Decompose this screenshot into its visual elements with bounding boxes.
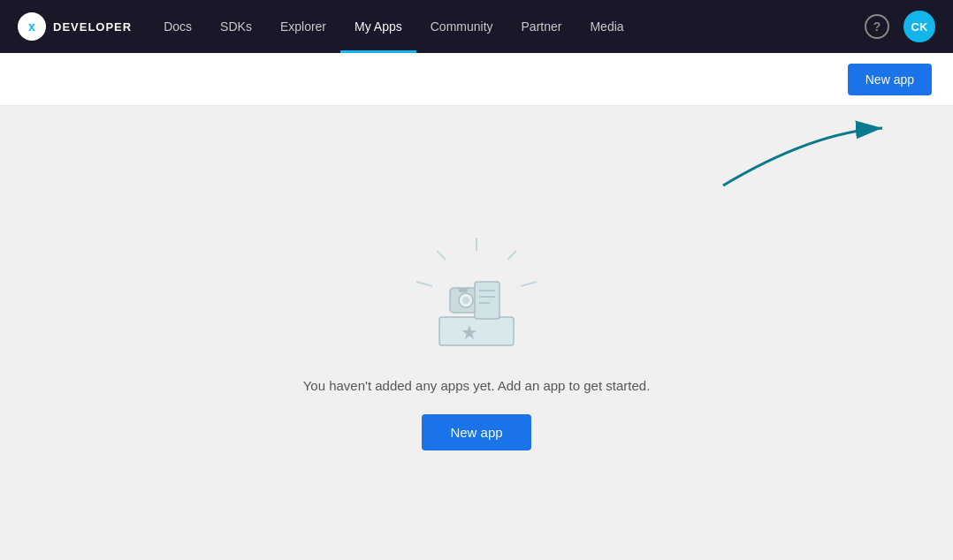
svg-line-4 (521, 282, 537, 286)
empty-state-message: You haven't added any apps yet. Add an a… (303, 378, 651, 393)
help-button[interactable]: ? (865, 14, 889, 39)
xero-logo: x (18, 12, 46, 41)
nav-links: Docs SDKs Explorer My Apps Community Par… (149, 0, 865, 53)
nav-partner[interactable]: Partner (507, 0, 576, 53)
empty-state: ★ You haven't added any apps yet. Add an… (303, 233, 651, 450)
svg-line-5 (416, 282, 432, 286)
nav-my-apps[interactable]: My Apps (340, 0, 416, 53)
avatar[interactable]: CK (903, 11, 935, 42)
brand: x DEVELOPER (18, 12, 132, 41)
main-content: ★ You haven't added any apps yet. Add an… (0, 106, 953, 560)
xero-logo-text: x (28, 19, 35, 34)
toolbar: New app (0, 53, 953, 106)
nav-community[interactable]: Community (416, 0, 507, 53)
svg-point-9 (462, 297, 469, 304)
nav-explorer[interactable]: Explorer (266, 0, 340, 53)
new-app-button-toolbar[interactable]: New app (848, 64, 932, 95)
nav-right: ? CK (865, 11, 935, 42)
nav-media[interactable]: Media (576, 0, 637, 53)
arrow-graphic (705, 115, 900, 194)
svg-line-3 (437, 251, 446, 260)
svg-line-2 (507, 251, 516, 260)
brand-name: DEVELOPER (53, 20, 132, 34)
svg-rect-11 (475, 282, 499, 319)
svg-rect-10 (459, 288, 468, 292)
navigation: x DEVELOPER Docs SDKs Explorer My Apps C… (0, 0, 953, 53)
svg-text:★: ★ (461, 322, 478, 344)
empty-state-illustration: ★ (406, 233, 547, 357)
new-app-button-center[interactable]: New app (422, 414, 530, 450)
nav-docs[interactable]: Docs (149, 0, 206, 53)
nav-sdks[interactable]: SDKs (206, 0, 266, 53)
